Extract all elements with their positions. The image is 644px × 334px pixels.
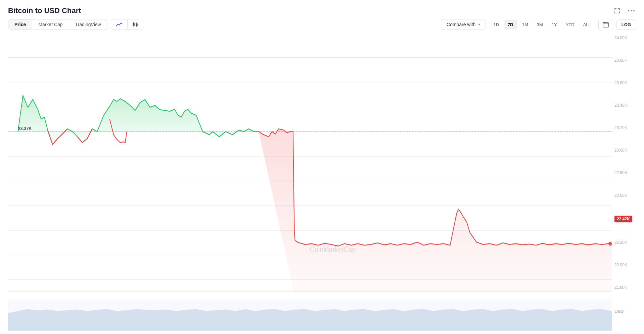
chart-container: Bitcoin to USD Chart Price (0, 0, 644, 334)
y-label-2340: 23.40K (614, 103, 636, 108)
svg-point-2 (633, 10, 635, 11)
svg-rect-6 (136, 24, 137, 26)
svg-rect-9 (603, 22, 608, 27)
svg-point-26 (608, 242, 612, 246)
period-1m[interactable]: 1M (518, 20, 532, 30)
page-title: Bitcoin to USD Chart (8, 6, 81, 15)
compare-label: Compare with (447, 22, 475, 27)
chart-svg: 23.37K 28 Mar 2 3 4 5 6 CoinMarketCap (8, 33, 612, 331)
y-label-2360: 23.60K (614, 80, 636, 85)
chart-area: 23.37K 28 Mar 2 3 4 5 6 CoinMarketCap (8, 33, 636, 331)
y-axis: 24.00K 23.80K 23.60K 23.40K 23.20K 23.00… (612, 33, 636, 331)
period-1d[interactable]: 1D (489, 20, 503, 30)
candle-chart-button[interactable] (128, 19, 143, 30)
chevron-down-icon: ▾ (478, 22, 480, 27)
compare-with-button[interactable]: Compare with ▾ (441, 19, 486, 30)
y-label-2260: 22.60K (614, 193, 636, 198)
current-price-badge: 22.42K (614, 216, 632, 222)
log-button[interactable]: LOG (616, 19, 636, 30)
chart-type-group (111, 19, 143, 30)
header-icons (612, 6, 636, 15)
period-7d[interactable]: 7D (504, 20, 517, 30)
svg-point-0 (628, 10, 629, 11)
chart-svg-wrap: 23.37K 28 Mar 2 3 4 5 6 CoinMarketCap (8, 33, 612, 331)
svg-point-1 (631, 10, 632, 11)
period-all[interactable]: ALL (579, 20, 595, 30)
y-label-2300: 23.00K (614, 148, 636, 153)
svg-text:23.37K: 23.37K (18, 125, 32, 131)
y-label-2380: 23.80K (614, 58, 636, 63)
period-ytd[interactable]: YTD (562, 20, 579, 30)
more-button[interactable] (627, 8, 636, 13)
header-row: Bitcoin to USD Chart (8, 6, 636, 15)
y-label-2200: 22.00K (614, 263, 636, 267)
y-label-2220: 22.20K (614, 240, 636, 245)
expand-button[interactable] (612, 6, 622, 15)
period-3m[interactable]: 3M (533, 20, 547, 30)
line-chart-button[interactable] (111, 20, 128, 29)
chart-tab-group: Price Market Cap TradingView (8, 19, 107, 30)
tab-tradingview[interactable]: TradingView (69, 19, 107, 30)
y-label-2280: 22.80K (614, 170, 636, 175)
currency-label: USD (614, 309, 636, 314)
period-group: 1D 7D 1M 3M 1Y YTD ALL (489, 20, 595, 30)
tab-price[interactable]: Price (8, 19, 32, 30)
svg-text:CoinMarketCap: CoinMarketCap (310, 245, 356, 254)
y-label-2320: 23.20K (614, 125, 636, 130)
period-1y[interactable]: 1Y (548, 20, 561, 30)
calendar-button[interactable] (598, 19, 613, 30)
y-label-24k: 24.00K (614, 36, 636, 40)
y-label-2180: 21.80K (614, 285, 636, 290)
tab-marketcap[interactable]: Market Cap (32, 19, 69, 30)
toolbar-row: Price Market Cap TradingView (8, 19, 636, 30)
svg-rect-3 (133, 23, 134, 25)
